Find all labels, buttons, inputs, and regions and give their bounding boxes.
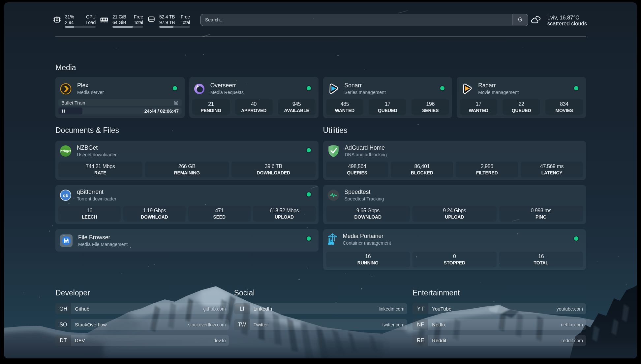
svg-text:nzbget: nzbget — [60, 149, 71, 153]
svg-text:qb: qb — [63, 193, 69, 198]
